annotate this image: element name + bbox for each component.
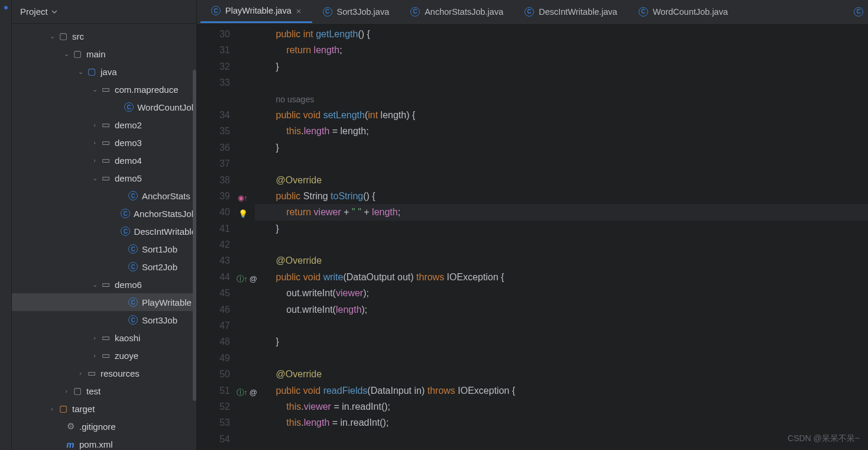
line-gutter: 30 31 32 33 34 35 36 37 38 39◉↑ 40💡 41 4… [197,24,255,450]
code-line[interactable]: } [255,334,868,349]
code-line[interactable]: this.viewer = in.readInt(); [255,399,868,415]
class-icon: C [524,7,534,17]
tab-label: WordCountJob.java [653,7,728,17]
class-icon: C [128,191,138,200]
tree-node-main[interactable]: ⌄▢main [12,45,196,63]
tree-node-test[interactable]: ›▢test [12,382,196,400]
code-line[interactable]: return length; [255,42,868,58]
class-icon: C [124,102,134,112]
code-line[interactable] [255,237,868,252]
code-line[interactable] [255,75,868,90]
tab-anchorstatsjob[interactable]: CAnchorStatsJob.java [400,0,514,23]
code-body[interactable]: public int getLength() { return length; … [255,24,868,450]
package-icon: ▭ [101,155,111,166]
tab-descintwritable[interactable]: CDescIntWritable.java [514,0,628,23]
package-icon: ▭ [101,173,111,183]
code-line[interactable]: out.writeInt(viewer); [255,285,868,301]
class-icon: C [128,244,138,254]
class-icon: C [121,209,130,218]
tree-node-anchorstats[interactable]: CAnchorStats [12,187,196,205]
code-line[interactable] [255,156,868,171]
tree-node-demo6[interactable]: ⌄▭demo6 [12,276,196,293]
code-line[interactable] [255,350,868,366]
project-title: Project [20,7,48,17]
class-icon: C [128,315,138,325]
tree-node-demo4[interactable]: ›▭demo4 [12,151,196,169]
code-editor[interactable]: 30 31 32 33 34 35 36 37 38 39◉↑ 40💡 41 4… [197,24,868,450]
tree-node-resources[interactable]: ›▭resources [12,364,196,382]
class-icon: C [128,297,138,307]
tab-label: DescIntWritable.java [539,7,617,17]
package-icon: ▭ [101,332,111,343]
tree-node-demo2[interactable]: ›▭demo2 [12,116,196,134]
code-line[interactable]: public void write(DataOutput out) throws… [255,269,868,285]
class-icon: C [128,262,138,271]
code-line[interactable]: this.length = length; [255,123,868,139]
folder-icon: ▢ [58,403,69,414]
package-icon: ▭ [101,279,111,290]
package-icon: ▭ [101,84,111,95]
folder-icon: ▢ [72,48,83,59]
project-header[interactable]: Project [12,0,196,24]
editor-area: CPlayWritable.java× CSort3Job.java CAnch… [197,0,868,450]
code-line-current[interactable]: return viewer + " " + length; [255,204,868,220]
tab-label: Sort3Job.java [337,7,390,17]
code-line[interactable]: @Override [255,172,868,188]
tree-node-demo5[interactable]: ⌄▭demo5 [12,169,196,187]
tree-node-sort2job[interactable]: CSort2Job [12,258,196,276]
tree-node-wordcountjob[interactable]: CWordCountJob [12,98,196,116]
tree-node-src[interactable]: ⌄▢src [12,27,196,45]
tree-node-zuoye[interactable]: ›▭zuoye [12,347,196,364]
tree-node-anchorstatsjob[interactable]: CAnchorStatsJob [12,205,196,222]
code-line[interactable]: this.length = in.readInt(); [255,415,868,430]
package-icon: ▭ [101,137,111,148]
tab-playwritable[interactable]: CPlayWritable.java× [200,0,312,23]
override-gutter-icon[interactable]: ◉↑ [238,190,248,206]
tree-node-descintwritable[interactable]: CDescIntWritable [12,222,196,240]
code-line[interactable]: @Override [255,252,868,268]
tree-node-demo3[interactable]: ›▭demo3 [12,134,196,151]
implement-gutter-icon[interactable]: Ⓘ↑ [237,384,248,400]
left-tool-strip [0,0,12,450]
tab-wordcountjob[interactable]: CWordCountJob.java [628,0,739,23]
tree-node-com-mapreduce[interactable]: ⌄▭com.mapreduce [12,80,196,98]
tree-node-java[interactable]: ⌄▢java [12,63,196,80]
code-hint-line[interactable]: no usages [255,91,868,107]
code-line[interactable]: public void readFields(DataInput in) thr… [255,383,868,399]
tab-label: AnchorStatsJob.java [425,7,503,17]
class-icon: C [211,6,221,15]
code-line[interactable]: } [255,221,868,237]
folder-icon: ▢ [86,66,97,77]
code-line[interactable]: out.writeInt(length); [255,302,868,318]
tree-scrollbar[interactable] [193,27,196,400]
editor-tabs: CPlayWritable.java× CSort3Job.java CAnch… [197,0,868,24]
tab-overflow-class-icon[interactable]: C [849,0,868,23]
code-line[interactable]: public void setLength(int length) { [255,107,868,123]
tab-sort3job[interactable]: CSort3Job.java [312,0,400,23]
folder-icon: ▢ [58,31,69,41]
code-line[interactable]: @Override [255,366,868,382]
chevron-down-icon [51,10,57,14]
class-icon: C [121,226,130,236]
tree-node-target[interactable]: ›▢target [12,400,196,417]
tool-dot-icon[interactable] [4,6,8,9]
code-line[interactable]: } [255,140,868,156]
code-line[interactable]: public int getLength() { [255,26,868,42]
project-sidebar: Project ⌄▢src ⌄▢main ⌄▢java ⌄▭com.mapred… [12,0,197,450]
tree-node-sort3job[interactable]: CSort3Job [12,311,196,329]
code-line[interactable] [255,318,868,334]
code-line[interactable]: } [255,59,868,75]
tree-node-sort1job[interactable]: CSort1Job [12,240,196,258]
gear-icon: ⚙ [65,421,76,432]
tree-node-kaoshi[interactable]: ›▭kaoshi [12,329,196,347]
tree-node-gitignore[interactable]: ⚙.gitignore [12,417,196,435]
resources-icon: ▭ [86,368,97,378]
lightbulb-icon[interactable]: 💡 [238,206,248,222]
tree-node-pom[interactable]: mpom.xml [12,435,196,450]
close-icon[interactable]: × [296,6,302,16]
maven-icon: m [65,439,76,449]
app-root: Project ⌄▢src ⌄▢main ⌄▢java ⌄▭com.mapred… [0,0,868,450]
tree-node-playwritable[interactable]: CPlayWritable [12,293,196,311]
code-line[interactable]: public String toString() { [255,188,868,204]
implement-gutter-icon[interactable]: Ⓘ↑ [237,271,248,287]
